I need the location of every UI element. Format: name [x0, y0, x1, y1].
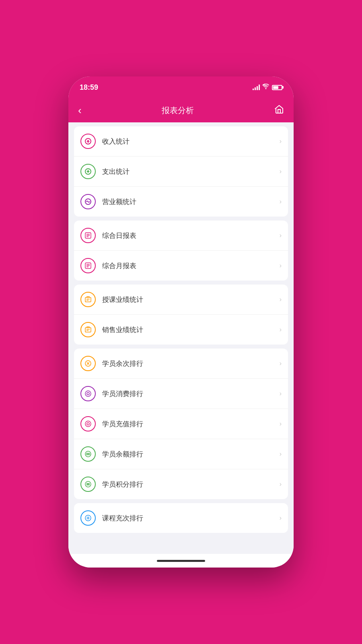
menu-item-course-recharge[interactable]: 课程充次排行 › — [74, 503, 288, 533]
battery-icon — [272, 85, 282, 90]
menu-item-student-consumption[interactable]: 学员消费排行 › — [74, 379, 288, 409]
menu-item-monthly-report[interactable]: 综合月报表 › — [74, 251, 288, 281]
menu-group-reports: 综合日报表 › 综合月报表 › — [74, 221, 288, 281]
menu-group-course-rankings: 课程充次排行 › — [74, 503, 288, 533]
income-stats-icon — [80, 134, 96, 149]
signal-icon — [253, 85, 260, 90]
svg-rect-14 — [85, 328, 91, 332]
back-button[interactable]: ‹ — [78, 104, 82, 117]
nav-bar: ‹ 报表分析 — [68, 98, 294, 122]
chevron-icon: › — [280, 420, 282, 427]
status-icons — [253, 84, 282, 91]
student-recharge-label: 学员充值排行 — [102, 419, 280, 429]
daily-report-label: 综合日报表 — [102, 231, 280, 240]
menu-item-student-balance[interactable]: 学员余额排行 › — [74, 439, 288, 469]
sales-perf-label: 销售业绩统计 — [102, 325, 280, 334]
student-balance-label: 学员余额排行 — [102, 450, 280, 459]
student-recharge-icon — [80, 416, 96, 431]
chevron-icon: › — [280, 262, 282, 269]
revenue-stats-label: 营业额统计 — [102, 197, 280, 206]
daily-report-icon — [80, 228, 96, 243]
expense-stats-icon — [80, 164, 96, 179]
revenue-stats-icon — [80, 194, 96, 209]
student-points-label: 学员积分排行 — [102, 480, 280, 489]
monthly-report-icon — [80, 258, 96, 273]
monthly-report-label: 综合月报表 — [102, 261, 280, 270]
menu-item-student-recharge[interactable]: 学员充值排行 › — [74, 409, 288, 439]
menu-item-daily-report[interactable]: 综合日报表 › — [74, 221, 288, 251]
course-recharge-icon — [80, 510, 96, 526]
course-recharge-label: 课程充次排行 — [102, 514, 280, 523]
chevron-icon: › — [280, 360, 282, 367]
wifi-icon — [262, 84, 269, 91]
home-bar — [68, 554, 294, 568]
chevron-icon: › — [280, 514, 282, 522]
teaching-perf-icon — [80, 292, 96, 307]
menu-item-revenue-stats[interactable]: 营业额统计 › — [74, 187, 288, 217]
teaching-perf-label: 授课业绩统计 — [102, 295, 280, 304]
student-consumption-label: 学员消费排行 — [102, 389, 280, 398]
menu-item-student-remaining[interactable]: 学员余次排行 › — [74, 349, 288, 379]
menu-item-student-points[interactable]: 学员积分排行 › — [74, 469, 288, 499]
chevron-icon: › — [280, 450, 282, 458]
chevron-icon: › — [280, 481, 282, 488]
chevron-icon: › — [280, 390, 282, 397]
menu-item-sales-perf[interactable]: 销售业绩统计 › — [74, 315, 288, 345]
svg-point-21 — [87, 392, 89, 395]
svg-point-20 — [85, 391, 91, 396]
chevron-icon: › — [280, 198, 282, 205]
svg-point-23 — [87, 423, 89, 425]
home-indicator — [157, 560, 205, 562]
content-area[interactable]: 收入统计 › 支出统计 › — [68, 122, 294, 554]
student-consumption-icon — [80, 386, 96, 401]
expense-stats-label: 支出统计 — [102, 167, 280, 176]
phone-frame: 18:59 ‹ 报表分析 — [68, 76, 294, 568]
chevron-icon: › — [280, 296, 282, 303]
page-title: 报表分析 — [162, 105, 194, 116]
home-button[interactable] — [274, 105, 284, 116]
chevron-icon: › — [280, 326, 282, 333]
menu-item-teaching-perf[interactable]: 授课业绩统计 › — [74, 285, 288, 315]
student-points-icon — [80, 477, 96, 492]
student-remaining-label: 学员余次排行 — [102, 359, 280, 368]
menu-group-student-rankings: 学员余次排行 › 学员消费排行 › — [74, 349, 288, 499]
chevron-icon: › — [280, 168, 282, 175]
sales-perf-icon — [80, 322, 96, 337]
svg-point-22 — [85, 421, 91, 427]
student-remaining-icon — [80, 356, 96, 371]
status-bar: 18:59 — [68, 76, 294, 98]
income-stats-label: 收入统计 — [102, 137, 280, 146]
chevron-icon: › — [280, 138, 282, 145]
menu-group-income-expense: 收入统计 › 支出统计 › — [74, 126, 288, 217]
svg-rect-11 — [85, 297, 91, 302]
menu-item-expense-stats[interactable]: 支出统计 › — [74, 157, 288, 187]
chevron-icon: › — [280, 232, 282, 239]
menu-item-income-stats[interactable]: 收入统计 › — [74, 126, 288, 157]
student-balance-icon — [80, 446, 96, 462]
menu-group-performance: 授课业绩统计 › 销售业绩统计 › — [74, 285, 288, 345]
status-time: 18:59 — [80, 83, 98, 92]
